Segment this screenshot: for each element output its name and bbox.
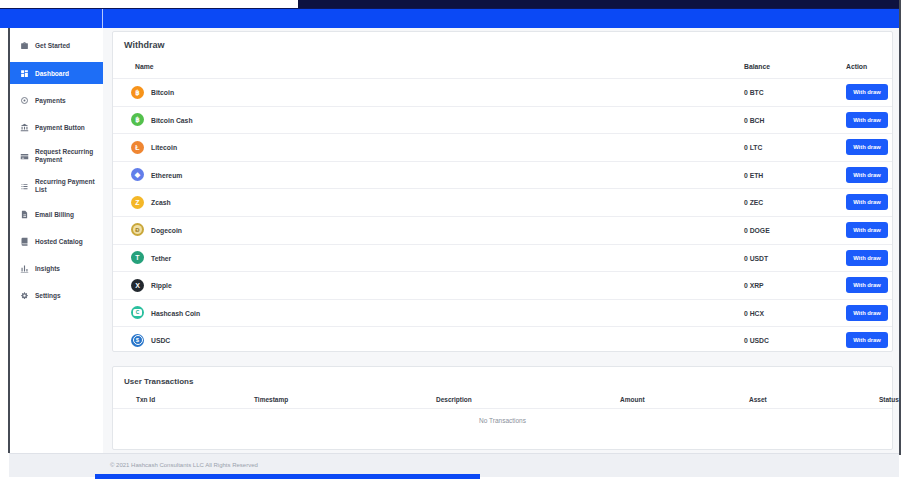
withdraw-button[interactable]: With draw [846,112,888,128]
withdraw-button[interactable]: With draw [846,277,888,293]
sidebar-item-label: Insights [35,265,64,272]
litecoin-icon: Ł [131,141,144,154]
txn-column-asset: Asset [749,396,879,403]
sidebar-item-get-started[interactable]: Get Started [10,32,103,59]
topbar-divider [102,9,103,28]
user-transactions-card: User Transactions Txn IdTimestampDescrip… [112,366,893,450]
sidebar-item-label: Payment Button [35,124,89,131]
tether-icon: T [131,251,144,264]
briefcase-icon [20,41,30,50]
coin-row: ฿Bitcoin Cash0 BCHWith draw [113,106,892,134]
coin-row: ŁLitecoin0 LTCWith draw [113,133,892,161]
sidebar-item-payment-button[interactable]: Payment Button [10,114,103,141]
window-right-border [899,0,901,455]
bottom-blue-strip [95,474,480,479]
gear-icon [20,291,30,300]
zcash-icon: Z [131,196,144,209]
sidebar-item-email-billing[interactable]: Email Billing [10,201,103,228]
sidebar-item-hosted-catalog[interactable]: Hosted Catalog [10,228,103,255]
coin-row: XRipple0 XRPWith draw [113,271,892,299]
transactions-header: Txn IdTimestampDescriptionAmountAssetSta… [113,396,892,403]
withdraw-button[interactable]: With draw [846,332,888,348]
withdraw-button[interactable]: With draw [846,250,888,266]
coin-circle-icon [20,96,30,105]
coin-balance: 0 DOGE [744,227,770,234]
sidebar-item-settings[interactable]: Settings [10,282,103,309]
sidebar-item-label: Get Started [35,42,74,49]
coin-name: Tether [151,255,171,262]
book-icon [20,237,30,246]
coin-row: CHashcash Coin0 HCXWith draw [113,299,892,327]
transactions-title: User Transactions [124,377,892,386]
column-header-action: Action [846,63,867,70]
sidebar-item-label: Dashboard [35,70,73,77]
coin-name: Dogecoin [151,227,182,234]
sidebar-item-dashboard[interactable]: Dashboard [10,62,103,84]
coin-name: Ethereum [151,172,182,179]
coin-balance: 0 XRP [744,282,764,289]
coin-balance: 0 LTC [744,144,762,151]
coin-name: Litecoin [151,144,177,151]
top-dark-strip [298,0,901,8]
coin-balance: 0 USDT [744,255,768,262]
coin-balance: 0 BCH [744,117,764,124]
coin-row: ĐDogecoin0 DOGEWith draw [113,216,892,244]
coin-balance: 0 ZEC [744,199,763,206]
coin-row: TTether0 USDTWith draw [113,244,892,272]
txn-column-description: Description [436,396,620,403]
sidebar-item-request-recurring-payment[interactable]: Request Recurring Payment [10,141,103,171]
sidebar-item-label: Payments [35,97,70,104]
withdraw-button[interactable]: With draw [846,139,888,155]
coin-row: $USDC0 USDCWith draw [113,326,892,354]
bank-icon [20,123,30,132]
hashcash-coin-icon: C [131,306,144,319]
top-navbar [0,8,901,28]
sidebar-item-label: Hosted Catalog [35,238,87,245]
coin-name: Hashcash Coin [151,310,200,317]
withdraw-card: Withdraw Name Balance Action ฿Bitcoin0 B… [112,31,893,352]
app-window: Get StartedDashboardPaymentsPayment Butt… [0,0,906,481]
withdraw-button[interactable]: With draw [846,305,888,321]
chart-icon [20,264,30,273]
coin-balance: 0 BTC [744,89,764,96]
bitcoin-cash-icon: ฿ [131,113,144,126]
withdraw-title: Withdraw [124,40,892,50]
ethereum-icon: ◆ [131,168,144,181]
copyright-text: © 2021 Hashcash Consultants LLC All Righ… [110,462,899,468]
no-transactions-text: No Transactions [113,417,892,424]
withdraw-table-header: Name Balance Action [113,56,892,78]
coin-name: Bitcoin [151,89,174,96]
sidebar-item-recurring-payment-list[interactable]: Recurring Payment List [10,171,103,201]
coin-row: ◆Ethereum0 ETHWith draw [113,161,892,189]
coin-balance: 0 ETH [744,172,763,179]
withdraw-button[interactable]: With draw [846,222,888,238]
bitcoin-icon: ฿ [131,86,144,99]
grid-icon [20,69,30,78]
coin-balance: 0 USDC [744,337,769,344]
withdraw-button[interactable]: With draw [846,84,888,100]
list-icon [20,182,30,191]
coin-name: Zcash [151,199,171,206]
document-icon [20,210,30,219]
sidebar-item-label: Request Recurring Payment [35,148,103,164]
sidebar-item-label: Settings [35,292,65,299]
coin-row: ZZcash0 ZECWith draw [113,188,892,216]
withdraw-button[interactable]: With draw [846,194,888,210]
withdraw-rows: ฿Bitcoin0 BTCWith draw฿Bitcoin Cash0 BCH… [113,78,892,354]
coin-row: ฿Bitcoin0 BTCWith draw [113,78,892,106]
txn-column-timestamp: Timestamp [254,396,436,403]
withdraw-button[interactable]: With draw [846,167,888,183]
usdc-icon: $ [131,334,144,347]
txn-column-status: Status [879,396,899,403]
coin-balance: 0 HCX [744,310,764,317]
sidebar-item-payments[interactable]: Payments [10,87,103,114]
column-header-name: Name [135,63,154,70]
transactions-header-divider [113,408,892,409]
sidebar-nav: Get StartedDashboardPaymentsPayment Butt… [10,28,103,453]
txn-column-txn-id: Txn Id [136,396,254,403]
column-header-balance: Balance [744,63,770,70]
card-icon [20,152,30,161]
dogecoin-icon: Đ [131,223,144,236]
ripple-icon: X [131,279,144,292]
sidebar-item-insights[interactable]: Insights [10,255,103,282]
